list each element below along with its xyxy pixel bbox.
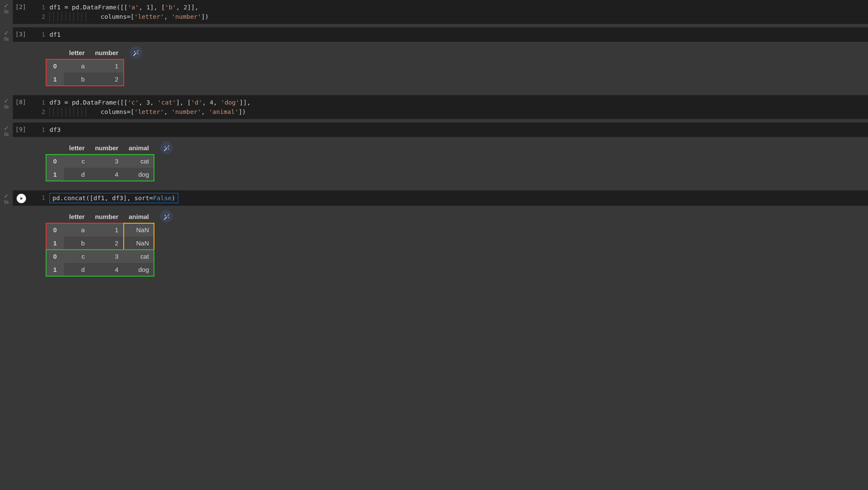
table-row: 1b2NaN (46, 236, 154, 250)
column-header: animal (124, 210, 154, 223)
magic-wand-icon[interactable] (160, 141, 173, 154)
play-icon[interactable] (17, 194, 26, 203)
table-row: 1d4dog (46, 263, 154, 276)
table-row: 1b2 (46, 73, 124, 86)
cell-output: letternumberanimal0c3cat1d4dog (13, 137, 868, 187)
check-icon: ✓ (0, 193, 13, 199)
line-numbers: 12 (35, 98, 49, 117)
row-index: 0 (46, 223, 64, 236)
magic-wand-icon[interactable] (130, 46, 142, 59)
cell-timing: 0s (0, 132, 13, 137)
row-index: 0 (46, 59, 64, 73)
notebook: ✓0s[2]12df1 = pd.DataFrame([['a', 1], ['… (0, 0, 868, 282)
line-numbers: 1 (35, 193, 49, 202)
column-header: letter (64, 141, 90, 155)
execution-count: [9] (15, 125, 35, 133)
column-header: letter (64, 46, 90, 59)
cell-status-gutter: ✓0s (0, 190, 13, 204)
cell-timing: 0s (0, 9, 13, 14)
row-index: 0 (46, 155, 64, 168)
execution-count: [2] (15, 3, 35, 10)
code-text[interactable]: df3 = pd.DataFrame([['c', 3, 'cat'], ['d… (49, 98, 251, 117)
code-cell: ✓0s1pd.concat([df1, df3], sort=False)let… (0, 190, 868, 282)
check-icon: ✓ (0, 125, 13, 131)
cell-timing: 0s (0, 105, 13, 109)
column-header: number (90, 46, 124, 59)
dataframe-table: letternumberanimal0c3cat1d4dog (46, 141, 154, 181)
cell-status-gutter: ✓0s (0, 0, 13, 14)
code-text[interactable]: pd.concat([df1, df3], sort=False) (49, 193, 178, 203)
code-input[interactable]: [3]1df1 (13, 27, 868, 42)
table-row: 0a1NaN (46, 223, 154, 236)
check-icon: ✓ (0, 30, 13, 36)
magic-wand-icon[interactable] (160, 210, 173, 223)
code-cell: ✓0s[3]1df1letternumber0a11b2 (0, 27, 868, 92)
row-index: 1 (46, 263, 64, 276)
code-cell: ✓0s[9]1df3letternumberanimal0c3cat1d4dog (0, 122, 868, 187)
cell-output: letternumber0a11b2 (13, 42, 868, 92)
cell-status-gutter: ✓0s (0, 27, 13, 41)
code-input[interactable]: [9]1df3 (13, 122, 868, 137)
column-header: number (90, 210, 124, 223)
line-numbers: 1 (35, 125, 49, 134)
column-header: number (90, 141, 124, 155)
code-selection-box: pd.concat([df1, df3], sort=False) (49, 193, 178, 203)
cell-output: letternumberanimal0a1NaN1b2NaN0c3cat1d4d… (13, 206, 868, 282)
code-input[interactable]: 1pd.concat([df1, df3], sort=False) (13, 190, 868, 206)
table-row: 0c3cat (46, 155, 154, 168)
column-header: animal (124, 141, 154, 155)
code-input[interactable]: [2]12df1 = pd.DataFrame([['a', 1], ['b',… (13, 0, 868, 24)
dataframe-table: letternumber0a11b2 (46, 46, 124, 86)
dataframe-table: letternumberanimal0a1NaN1b2NaN0c3cat1d4d… (46, 210, 154, 276)
cell-status-gutter: ✓0s (0, 95, 13, 109)
line-numbers: 1 (35, 30, 49, 39)
table-row: 0a1 (46, 59, 124, 73)
check-icon: ✓ (0, 98, 13, 104)
table-row: 1d4dog (46, 168, 154, 181)
code-text[interactable]: df1 (49, 30, 61, 39)
table-row: 0c3cat (46, 250, 154, 263)
code-cell: ✓0s[8]12df3 = pd.DataFrame([['c', 3, 'ca… (0, 95, 868, 119)
column-header: letter (64, 210, 90, 223)
code-input[interactable]: [8]12df3 = pd.DataFrame([['c', 3, 'cat']… (13, 95, 868, 119)
check-icon: ✓ (0, 3, 13, 9)
row-index: 1 (46, 168, 64, 181)
code-cell: ✓0s[2]12df1 = pd.DataFrame([['a', 1], ['… (0, 0, 868, 24)
code-text[interactable]: df1 = pd.DataFrame([['a', 1], ['b', 2]],… (49, 3, 209, 21)
cell-status-gutter: ✓0s (0, 122, 13, 137)
row-index: 1 (46, 73, 64, 86)
line-numbers: 12 (35, 3, 49, 21)
execution-count: [8] (15, 98, 35, 105)
execution-count: [3] (15, 30, 35, 38)
run-cell-button[interactable] (15, 193, 35, 203)
code-text[interactable]: df3 (49, 125, 61, 134)
cell-timing: 0s (0, 200, 13, 204)
row-index: 0 (46, 250, 64, 263)
row-index: 1 (46, 236, 64, 250)
cell-timing: 0s (0, 37, 13, 41)
